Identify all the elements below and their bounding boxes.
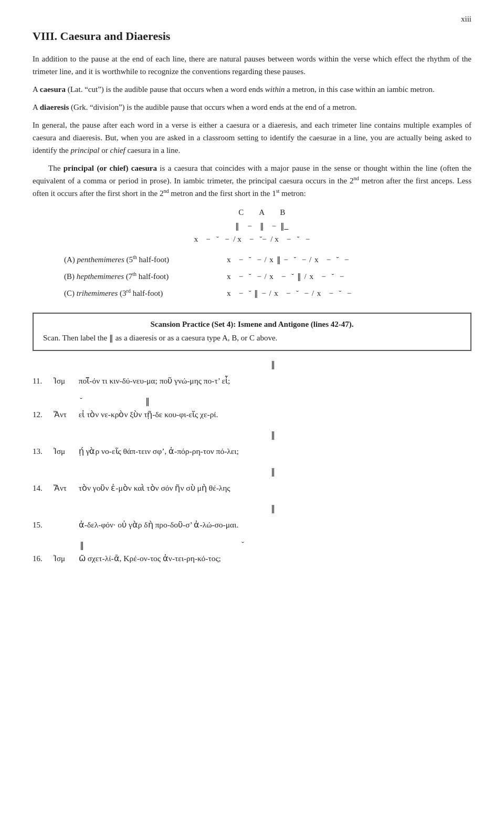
- term-diaeresis: diaeresis: [40, 103, 69, 111]
- line-number-11: 11.: [33, 373, 51, 389]
- paragraph-2: A caesura (Lat. “cut”) is the audible pa…: [33, 83, 471, 96]
- diagram-labels: C A B: [219, 206, 286, 220]
- marks-12: ˘ ‖: [80, 396, 471, 406]
- practice-title: Scansion Practice (Set 4): Ismene and An…: [43, 320, 461, 329]
- line-block-11: ‖ 11. Ἰσμ ποϊ̃-όν τι κιν-δύ-νευ-μα; ποῦ …: [33, 359, 471, 389]
- line-number-16: 16.: [33, 551, 51, 566]
- greek-line-12: 12. Ἄντ εἰ τὸν νε-κρὸν ξὺν τῇ-δε κου-φι-…: [33, 406, 471, 422]
- term-principal-caesura: principal (or chief) caesura: [64, 164, 157, 172]
- hf-row-A: (A) penthemimeres (5th half-foot) x − ˘ …: [64, 252, 471, 267]
- line-number-13: 13.: [33, 443, 51, 459]
- diaeresis-14: ‖: [75, 467, 471, 477]
- line-block-16: ‖ ˘ 16. Ἰσμ ῶ σχετ-λί-ᾱ, Κρέ-ον-τος ἀν-…: [33, 540, 471, 566]
- line-block-14: ‖ 14. Ἄντ τὸν γοῦν ἐ-μὸν καὶ τὸν σόν ῆν …: [33, 467, 471, 496]
- diagram-row2: x − ˘ − / x − ˘− / x − ˘ −: [194, 233, 310, 246]
- practice-box: Scansion Practice (Set 4): Ismene and An…: [33, 313, 471, 351]
- half-foot-section: (A) penthemimeres (5th half-foot) x − ˘ …: [33, 252, 471, 301]
- page: xiii VIII. Caesura and Diaeresis In addi…: [0, 0, 504, 827]
- term-caesura: caesura: [40, 85, 66, 94]
- page-number: xiii: [461, 15, 471, 24]
- greek-text-16: ῶ σχετ-λί-ᾱ, Κρέ-ον-τος ἀν-τει-ρη-κό-το…: [79, 554, 221, 563]
- greek-line-16: 16. Ἰσμ ῶ σχετ-λί-ᾱ, Κρέ-ον-τος ἀν-τει-…: [33, 550, 471, 566]
- line-tag-14: Ἄντ: [54, 480, 77, 496]
- hf-label-C: (C) trihemimeres (3rd half-foot): [64, 285, 227, 301]
- greek-text-12: εἰ τὸν νε-κρὸν ξὺν τῇ-δε κου-φι-εῖς χε-ρ…: [79, 410, 218, 419]
- line-block-12: ˘ ‖ 12. Ἄντ εἰ τὸν νε-κρὸν ξὺν τῇ-δε κου…: [33, 396, 471, 422]
- line-tag-12: Ἄντ: [54, 407, 77, 422]
- hf-syms-C: x − ˘ ‖ − / x − ˘ − / x − ˘ −: [227, 285, 352, 301]
- hf-label-A: (A) penthemimeres (5th half-foot): [64, 252, 227, 267]
- diagram-table: C A B ‖ − ‖ − ‖_ x − ˘ − / x − ˘− / x − …: [194, 206, 310, 246]
- diagram-row1: ‖ − ‖ − ‖_: [194, 220, 310, 233]
- scan-instruction: Scan. Then label the ‖ as a diaeresis or…: [43, 333, 461, 343]
- greek-line-11: 11. Ἰσμ ποϊ̃-όν τι κιν-δύ-νευ-μα; ποῦ γν…: [33, 373, 471, 389]
- hf-label-B: (B) hepthemimeres (7th half-foot): [64, 268, 227, 284]
- line-tag-11: Ἰσμ: [54, 373, 77, 389]
- hf-syms-B: x − ˘ − / x − ˘ ‖ / x − ˘ −: [227, 268, 344, 284]
- diaeresis-13: ‖: [75, 430, 471, 440]
- diaeresis-15: ‖: [75, 503, 471, 513]
- paragraph-4: In general, the pause after each word in…: [33, 119, 471, 157]
- half-foot-table: (A) penthemimeres (5th half-foot) x − ˘ …: [64, 252, 471, 301]
- hf-row-B: (B) hepthemimeres (7th half-foot) x − ˘ …: [64, 268, 471, 284]
- hf-syms-A: x − ˘ − / x ‖ − ˘ − / x − ˘ −: [227, 252, 350, 267]
- greek-line-14: 14. Ἄντ τὸν γοῦν ἐ-μὸν καὶ τὸν σόν ῆν σὺ…: [33, 480, 471, 496]
- paragraph-1: In addition to the pause at the end of e…: [33, 53, 471, 78]
- greek-text-15: ἀ-δελ-φόν· οὐ γὰρ δὴ προ-δοῦ-σ’ ἀ-λώ-σο-…: [79, 520, 239, 529]
- line-number-14: 14.: [33, 480, 51, 496]
- chapter-title: VIII. Caesura and Diaeresis: [33, 29, 471, 43]
- marks-16: ‖ ˘: [80, 540, 471, 550]
- line-tag-13: Ἰσμ: [54, 443, 77, 459]
- greek-line-13: 13. Ἰσμ ῄ γὰρ νο-εῖς θάπ-τειν σφ’, ἀ-πόρ…: [33, 443, 471, 459]
- paragraph-5: The principal (or chief) caesura is a ca…: [33, 162, 471, 200]
- diagram-labels-row: C A B: [194, 206, 310, 220]
- greek-text-13: ῄ γὰρ νο-εῖς θάπ-τειν σφ’, ἀ-πόρ-ρη-τον …: [79, 447, 239, 456]
- greek-line-15: 15. ἀ-δελ-φόν· οὐ γὰρ δὴ προ-δοῦ-σ’ ἀ-λώ…: [33, 516, 471, 533]
- diaeresis-11: ‖: [75, 359, 471, 369]
- line-number-12: 12.: [33, 407, 51, 422]
- line-tag-15: [54, 517, 77, 533]
- line-tag-16: Ἰσμ: [54, 551, 77, 566]
- greek-text-11: ποϊ̃-όν τι κιν-δύ-νευ-μα; ποῦ γνώ-μης πο…: [79, 376, 230, 385]
- hf-row-C: (C) trihemimeres (3rd half-foot) x − ˘ ‖…: [64, 285, 471, 301]
- paragraph-3: A diaeresis (Grk. “division”) is the aud…: [33, 101, 471, 113]
- line-block-15: ‖ 15. ἀ-δελ-φόν· οὐ γὰρ δὴ προ-δοῦ-σ’ ἀ-…: [33, 503, 471, 533]
- metron-diagram: C A B ‖ − ‖ − ‖_ x − ˘ − / x − ˘− / x − …: [33, 206, 471, 246]
- greek-text-14: τὸν γοῦν ἐ-μὸν καὶ τὸν σόν ῆν σὺ μὴ θέ-λ…: [79, 483, 230, 492]
- line-number-15: 15.: [33, 517, 51, 533]
- line-block-13: ‖ 13. Ἰσμ ῄ γὰρ νο-εῖς θάπ-τειν σφ’, ἀ-π…: [33, 430, 471, 459]
